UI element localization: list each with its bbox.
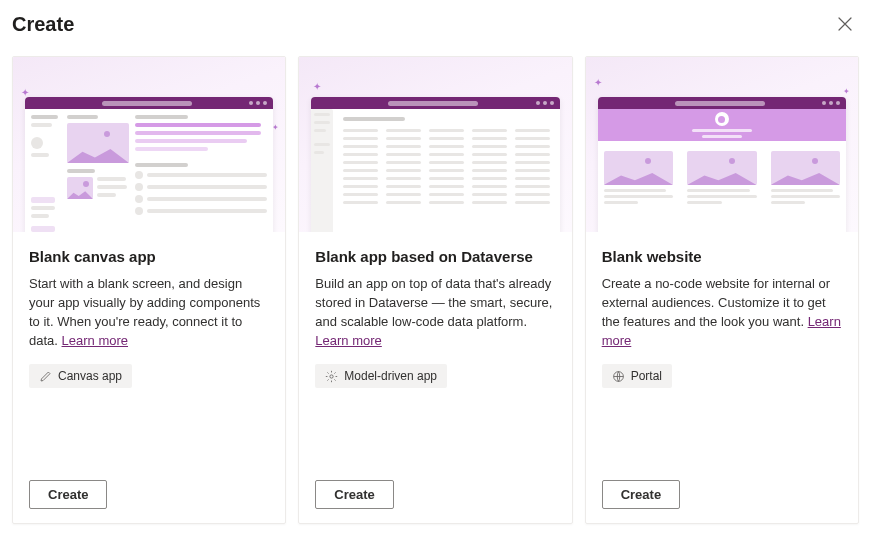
learn-more-link[interactable]: Learn more [62,333,128,348]
page-title: Create [12,13,74,36]
sparkle-icon: ✦ [594,77,602,88]
app-type-badge: Canvas app [29,364,132,388]
create-button[interactable]: Create [29,480,107,509]
card-canvas-app: ✦ ✦ [12,56,286,524]
card-thumbnail: ✦ ✦ [13,57,285,232]
close-icon [838,17,852,31]
sparkle-icon: ✦ [272,123,279,132]
globe-icon [612,370,625,383]
sparkle-icon: ✦ [313,81,321,92]
create-button[interactable]: Create [315,480,393,509]
card-blank-website: ✦ ✦ [585,56,859,524]
sparkle-icon: ✦ [843,87,850,96]
badge-label: Portal [631,369,662,383]
card-title: Blank canvas app [29,248,269,265]
card-thumbnail: ✦ ✦ [586,57,858,232]
card-description: Start with a blank screen, and design yo… [29,275,269,350]
create-button[interactable]: Create [602,480,680,509]
card-title: Blank app based on Dataverse [315,248,555,265]
close-button[interactable] [831,10,859,38]
pencil-icon [39,370,52,383]
card-description: Create a no-code website for internal or… [602,275,842,350]
badge-label: Model-driven app [344,369,437,383]
card-title: Blank website [602,248,842,265]
app-type-badge: Portal [602,364,672,388]
card-thumbnail: ✦ [299,57,571,232]
app-type-badge: Model-driven app [315,364,447,388]
card-grid: ✦ ✦ [12,56,859,524]
learn-more-link[interactable]: Learn more [315,333,381,348]
card-description: Build an app on top of data that's alrea… [315,275,555,350]
card-dataverse-app: ✦ [298,56,572,524]
svg-point-0 [330,375,333,378]
badge-label: Canvas app [58,369,122,383]
gear-icon [325,370,338,383]
